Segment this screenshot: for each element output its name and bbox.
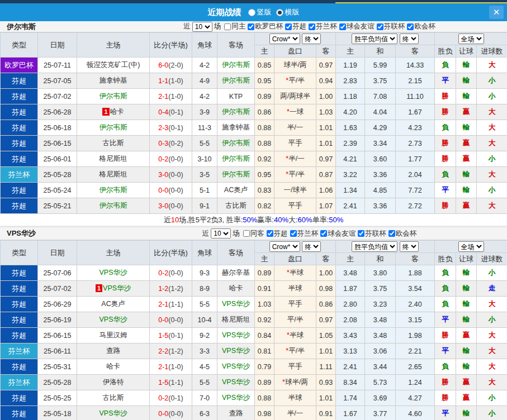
away-odds-cell: 1.06 — [316, 183, 336, 198]
near-count-select[interactable]: 10 — [192, 22, 212, 32]
col-type: 类型 — [1, 241, 38, 265]
halftime-score: (0-0) — [168, 187, 183, 194]
away-odds-cell: 0.98 — [316, 281, 336, 297]
handicap-final-select[interactable]: 终 — [302, 34, 321, 44]
away-odds-cell: 0.93 — [316, 375, 336, 390]
avg-final-select[interactable]: 终 — [400, 34, 419, 44]
home-odds-cell: 0.82 — [255, 198, 274, 214]
away-team: 伊尔韦斯 — [222, 108, 250, 116]
league-checkbox[interactable] — [267, 230, 273, 237]
score-cell: 2-1(1-1) — [150, 297, 192, 312]
scope-select[interactable]: 全场 — [458, 34, 484, 44]
away-odds-cell: 0.87 — [316, 167, 336, 183]
avg-final-select[interactable]: 终 — [400, 241, 419, 252]
close-icon[interactable]: ✕ — [489, 6, 504, 19]
col-date: 日期 — [38, 241, 77, 265]
avg-odds-header: 胜平负均值 终 — [336, 33, 435, 45]
league-checkbox[interactable] — [320, 230, 327, 237]
handicap-cell: 平手 — [274, 297, 316, 312]
result-cell: 平 — [435, 343, 456, 359]
date-cell: 25-06-19 — [38, 312, 77, 328]
league-checkbox[interactable] — [377, 23, 383, 30]
date-cell: 25-07-06 — [38, 265, 77, 281]
handicap-result-cell: 贏 — [456, 198, 477, 214]
avg-away-cell: 1.98 — [396, 328, 435, 343]
col-home: 主场 — [77, 241, 150, 265]
subcol-胜负: 胜负 — [435, 253, 456, 265]
handicap-cell: *半球 — [274, 328, 316, 343]
handicap-final-select[interactable]: 终 — [302, 241, 321, 252]
score-cell: 0-2(0-0) — [150, 265, 192, 281]
home-cell: 伊尔韦斯 — [77, 198, 150, 214]
league-checkbox[interactable] — [407, 23, 414, 30]
subcol-客: 客 — [396, 45, 435, 58]
summary-part: 60% — [298, 216, 312, 224]
avg-odds-select[interactable]: 胜平负均值 — [352, 241, 397, 252]
corners-cell: 5-5 — [192, 136, 217, 151]
odds-source-select[interactable]: Crow* — [269, 241, 300, 252]
league-checkbox[interactable] — [339, 23, 346, 30]
league-checkbox[interactable] — [309, 23, 315, 30]
subcol-主: 主 — [336, 45, 365, 58]
fulltime-score: 2-1 — [158, 300, 168, 308]
vertical-layout-radio[interactable] — [248, 9, 255, 16]
league-checkbox[interactable] — [290, 230, 297, 237]
goals-result-cell: 小 — [477, 265, 507, 281]
avg-away-cell: 11.10 — [396, 89, 435, 104]
team-label: KTP — [229, 93, 243, 101]
avg-away-cell: 3.54 — [396, 281, 435, 297]
home-team: VPS华沙 — [99, 269, 127, 276]
home-team: 1VPS华沙 — [96, 284, 131, 292]
handicap-label: 平手 — [288, 202, 302, 209]
league-checkbox[interactable] — [388, 230, 395, 237]
vertical-layout-label[interactable]: 竖版 — [257, 7, 272, 17]
near-count-select[interactable]: 10 — [211, 228, 231, 238]
handicap-result-cell: 贏 — [456, 151, 477, 167]
fulltime-score: 6-0 — [158, 61, 168, 69]
date-cell: 25-06-01 — [38, 151, 77, 167]
away-cell: 赫尔辛基 — [217, 265, 255, 281]
match-row: 芬超25-05-24伊尔韦斯0-0(0-0)5-1AC奥卢0.83一/球半1.0… — [1, 183, 507, 198]
handicap-cell: *平/半 — [274, 73, 316, 89]
match-row: 芬兰杯25-05-28格尼斯坦3-0(0-0)3-5伊尔韦斯0.95*平/半0.… — [1, 167, 507, 183]
league-type-cell: 芬超 — [1, 328, 38, 343]
avg-draw-cell: 3.60 — [365, 151, 396, 167]
scope-select[interactable]: 全场 — [458, 241, 484, 252]
away-cell: VPS华沙 — [217, 359, 255, 375]
avg-away-cell: 1.77 — [396, 151, 435, 167]
avg-draw-cell: 3.34 — [365, 136, 396, 151]
home-team: 顿涅茨克矿工(中) — [87, 61, 140, 69]
goals-result-cell: 大 — [477, 58, 507, 73]
score-cell: 3-0(0-0) — [150, 167, 192, 183]
subcol-进球数: 进球数 — [477, 253, 507, 265]
subcol-让球: 让球 — [456, 253, 477, 265]
home-cell: 哈卡 — [77, 359, 150, 375]
home-team: 伊尔韦斯 — [99, 92, 127, 100]
league-checkbox[interactable] — [285, 23, 292, 30]
same-venue-checkbox[interactable] — [224, 23, 231, 30]
corners-cell: 6-3 — [192, 406, 217, 420]
league-type-cell: 芬超 — [1, 151, 38, 167]
same-venue-checkbox[interactable] — [243, 230, 250, 237]
home-odds-cell: 0.89 — [255, 89, 274, 104]
goals-result-cell: 大 — [477, 136, 507, 151]
handicap-label: 两/两球半 — [280, 92, 310, 100]
league-checkbox[interactable] — [248, 23, 254, 30]
subcol-客: 客 — [396, 253, 435, 265]
horizontal-layout-radio[interactable] — [276, 9, 283, 16]
horizontal-layout-label[interactable]: 横版 — [285, 7, 300, 17]
league-checkbox[interactable] — [358, 230, 364, 237]
away-cell: 施拿钟基 — [217, 120, 255, 136]
col-score: 比分(半场) — [150, 241, 192, 265]
avg-draw-cell: 3.75 — [365, 73, 396, 89]
odds-source-select[interactable]: Crow* — [269, 34, 300, 44]
team-label: 伊尔韦斯 — [99, 123, 127, 131]
home-cell: VPS华沙 — [77, 265, 150, 281]
away-cell: VPS华沙 — [217, 343, 255, 359]
score-cell: 2-2(1-2) — [150, 343, 192, 359]
team-label: 古比斯 — [103, 394, 124, 402]
subcol-盘口: 盘口 — [274, 253, 316, 265]
home-team: AC奥卢 — [101, 300, 125, 308]
avg-odds-select[interactable]: 胜平负均值 — [352, 34, 397, 44]
results-table: 类型 日期 主场 比分(半场) 角球 客场 Crow* 终 胜平负均值 终 — [0, 240, 507, 420]
